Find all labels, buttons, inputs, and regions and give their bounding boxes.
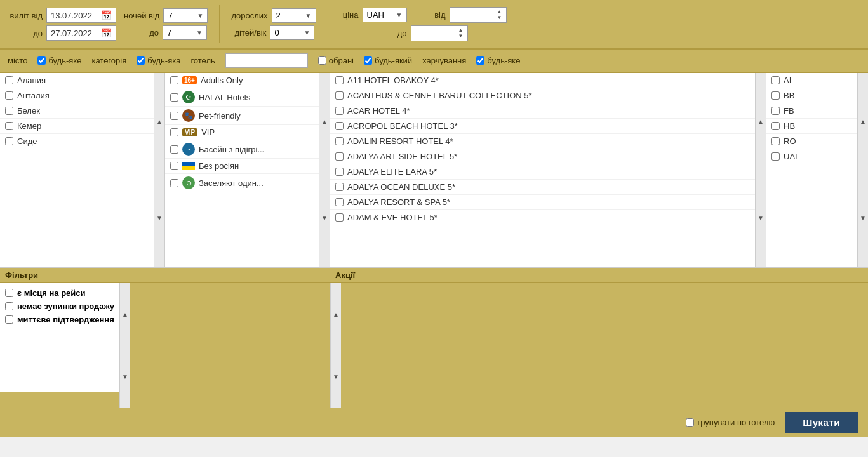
list-item[interactable]: ~Басейн з підігрі... (165, 140, 319, 159)
hotel-checkbox[interactable] (335, 183, 344, 191)
nights-to-select[interactable]: 7 ▼ (163, 25, 207, 40)
list-item[interactable]: Без росіян (165, 159, 319, 174)
children-select[interactable]: 0 ▼ (270, 25, 314, 40)
favorites-check[interactable]: обрані (318, 56, 354, 65)
down-arrow-icon: ▼ (497, 15, 502, 20)
list-item[interactable]: 🐾Pet-friendly (165, 107, 319, 125)
price-from-input[interactable]: ▲ ▼ (450, 7, 507, 23)
city-checkbox[interactable] (5, 91, 13, 100)
any3-checkbox[interactable] (364, 56, 372, 65)
hotel-checkbox[interactable] (335, 137, 344, 145)
search-button[interactable]: Шукати (785, 412, 858, 433)
list-item[interactable]: Белек (0, 103, 154, 119)
category-scroll-up[interactable]: ▲ (319, 73, 330, 170)
meal-checkbox[interactable] (771, 107, 780, 115)
hotel-checkbox[interactable] (335, 168, 344, 176)
hotel-checkbox[interactable] (335, 122, 344, 130)
list-item[interactable]: RO (766, 134, 857, 149)
category-checkbox[interactable] (170, 112, 178, 120)
city-checkbox[interactable] (5, 76, 13, 84)
list-item[interactable]: ADALYA OCEAN DELUXE 5* (330, 180, 755, 195)
nights-from-select[interactable]: 7 ▼ (163, 8, 208, 23)
hotel-search-input[interactable] (225, 53, 308, 68)
promotions-scroll-up[interactable]: ▲ (331, 283, 341, 346)
filter-item[interactable]: немає зупинки продажу (5, 301, 114, 311)
category-any-checkbox[interactable] (137, 56, 145, 65)
meal-checkbox[interactable] (771, 137, 780, 145)
date-to-input[interactable]: 27.07.2022 📅 (46, 25, 116, 41)
city-scroll-up[interactable]: ▲ (154, 73, 164, 170)
filter-checkbox[interactable] (5, 289, 13, 297)
list-item[interactable]: VIPVIP (165, 125, 319, 140)
city-checkbox[interactable] (5, 107, 13, 115)
list-item[interactable]: ACROPOL BEACH HOTEL 3* (330, 119, 755, 134)
city-any-checkbox[interactable] (37, 56, 46, 65)
meal-scroll-down[interactable]: ▼ (858, 170, 868, 267)
category-checkbox[interactable] (170, 76, 178, 84)
price-to-spinner[interactable]: ▲ ▼ (458, 28, 464, 39)
filter-item[interactable]: миттєве підтвердження (5, 315, 114, 324)
meal-checkbox[interactable] (771, 122, 780, 130)
city-scroll-down[interactable]: ▼ (154, 170, 164, 267)
list-item[interactable]: FB (766, 103, 857, 119)
meal-scroll-up[interactable]: ▲ (858, 73, 868, 170)
list-item[interactable]: ADALIN RESORT HOTEL 4* (330, 134, 755, 149)
category-checkbox[interactable] (170, 179, 178, 187)
category-any-check[interactable]: будь-яка (137, 56, 180, 65)
list-item[interactable]: ⊕Заселяют один... (165, 174, 319, 192)
hotel-checkbox[interactable] (335, 152, 344, 161)
hotel-checkbox[interactable] (335, 107, 344, 115)
list-item[interactable]: ☪HALAL Hotels (165, 88, 319, 107)
list-item[interactable]: ADALYA ART SIDE HOTEL 5* (330, 149, 755, 164)
filters-scroll-down[interactable]: ▼ (120, 346, 130, 409)
promotions-scroll-down[interactable]: ▼ (331, 346, 341, 409)
meal-any-checkbox[interactable] (476, 56, 484, 65)
hotel-scroll-down[interactable]: ▼ (756, 170, 766, 267)
list-item[interactable]: AI (766, 73, 857, 88)
list-item[interactable]: ADAM & EVE HOTEL 5* (330, 210, 755, 225)
hotel-checkbox[interactable] (335, 76, 344, 84)
category-checkbox[interactable] (170, 145, 178, 154)
list-item[interactable]: UAI (766, 149, 857, 164)
list-item[interactable]: Сиде (0, 134, 154, 149)
group-by-hotel-checkbox[interactable] (686, 418, 694, 427)
list-item[interactable]: HB (766, 119, 857, 134)
list-item[interactable]: 16+Adults Only (165, 73, 319, 88)
adults-select[interactable]: 2 ▼ (272, 8, 316, 23)
list-item[interactable]: Алания (0, 73, 154, 88)
category-scroll-down[interactable]: ▼ (319, 170, 330, 267)
meal-checkbox[interactable] (771, 91, 780, 100)
hotel-checkbox[interactable] (335, 198, 344, 206)
price-to-input[interactable]: ▲ ▼ (411, 25, 468, 41)
category-checkbox[interactable] (170, 93, 178, 102)
any3-check[interactable]: будь-який (364, 56, 412, 65)
list-item[interactable]: ACAR HOTEL 4* (330, 103, 755, 119)
group-by-hotel-label[interactable]: групувати по готелю (686, 418, 775, 427)
currency-select[interactable]: UAH ▼ (363, 8, 407, 22)
list-item[interactable]: ADALYA RESORT & SPA 5* (330, 195, 755, 210)
category-checkbox[interactable] (170, 162, 178, 170)
filter-checkbox[interactable] (5, 302, 13, 310)
price-from-spinner[interactable]: ▲ ▼ (497, 10, 502, 20)
list-item[interactable]: ACANTHUS & CENNET BARUT COLLECTION 5* (330, 88, 755, 103)
favorites-checkbox[interactable] (318, 56, 326, 65)
filter-checkbox[interactable] (5, 315, 13, 324)
list-item[interactable]: Кемер (0, 119, 154, 134)
meal-checkbox[interactable] (771, 152, 780, 161)
city-checkbox[interactable] (5, 137, 13, 145)
city-any-check[interactable]: будь-яке (37, 56, 81, 65)
date-from-input[interactable]: 13.07.2022 📅 (46, 8, 116, 23)
city-checkbox[interactable] (5, 122, 13, 130)
hotel-scroll-up[interactable]: ▲ (756, 73, 766, 170)
meal-checkbox[interactable] (771, 76, 780, 84)
filter-item[interactable]: є місця на рейси (5, 288, 114, 298)
meal-any-check[interactable]: будь-яке (476, 56, 520, 65)
filters-scroll-up[interactable]: ▲ (120, 283, 130, 346)
list-item[interactable]: BB (766, 88, 857, 103)
hotel-checkbox[interactable] (335, 213, 344, 222)
list-item[interactable]: A11 HOTEL OBAKOY 4* (330, 73, 755, 88)
list-item[interactable]: Анталия (0, 88, 154, 103)
category-checkbox[interactable] (170, 128, 178, 136)
list-item[interactable]: ADALYA ELITE LARA 5* (330, 164, 755, 180)
hotel-checkbox[interactable] (335, 91, 344, 100)
